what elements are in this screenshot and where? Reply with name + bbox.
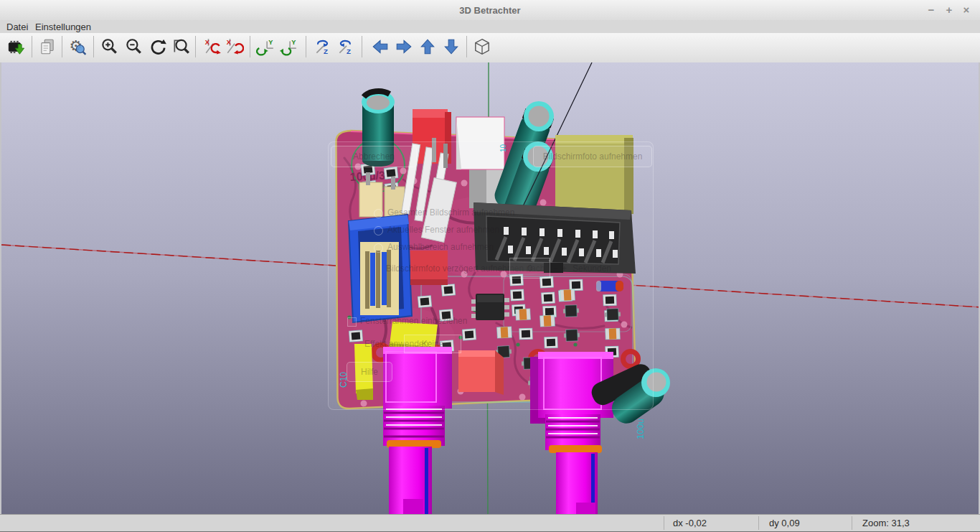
smd-resistor-top — [442, 311, 451, 319]
smd-capacitor-center — [564, 289, 572, 301]
smd-resistor-top — [544, 294, 553, 302]
smd-resistor — [545, 337, 558, 348]
rotate-y-cw-button[interactable]: Y — [278, 37, 298, 57]
status-bar: dx -0,02 dy 0,09 Zoom: 31,3 — [0, 514, 980, 532]
smd-resistor — [441, 284, 455, 297]
rotate-x-icon: X — [225, 37, 244, 56]
pcb-pad — [355, 164, 362, 170]
rotate-z-icon: Z — [336, 37, 355, 56]
smd-capacitor — [516, 309, 531, 320]
wireframe-cube-icon — [473, 37, 491, 56]
svg-text:Z: Z — [324, 47, 328, 55]
smd-capacitor-center — [501, 327, 509, 338]
pcb-via — [516, 342, 519, 346]
rotate-z-cw-button[interactable]: Z — [336, 37, 356, 57]
smd-resistor-top — [364, 165, 373, 173]
svg-text:10: 10 — [499, 144, 507, 152]
smd-capacitor — [606, 328, 621, 340]
toolbar: ⚙ — [0, 33, 980, 63]
rotate-x-icon: X — [204, 37, 222, 56]
smd-resistor-top — [465, 331, 474, 339]
reload-board-button[interactable] — [6, 37, 26, 57]
smd-resistor-top — [512, 276, 522, 284]
maximize-button[interactable]: + — [942, 3, 956, 17]
copy-image-button[interactable] — [37, 37, 57, 57]
pcb-pad — [540, 200, 547, 206]
smd-resistor-top — [387, 169, 396, 177]
smd-resistor — [570, 279, 583, 291]
smd-resistor-top — [572, 281, 580, 289]
menu-datei[interactable]: Datei — [4, 21, 31, 33]
bnc-connector-left — [383, 347, 452, 514]
pcb-pad — [461, 180, 468, 187]
sot23-body — [565, 305, 578, 317]
status-dx: dx -0,02 — [673, 518, 707, 528]
bnc-connector-right — [530, 352, 613, 514]
smd-resistor-top — [513, 291, 522, 299]
pcb-pad — [519, 394, 526, 401]
zoom-fit-button[interactable] — [171, 37, 191, 57]
smd-capacitor — [540, 315, 555, 327]
render-options-button[interactable]: ⚙ — [67, 37, 88, 57]
rotate-x-ccw-button[interactable]: X — [203, 37, 223, 57]
close-button[interactable]: × — [959, 3, 974, 17]
smd-resistor — [540, 276, 554, 288]
smd-capacitor — [497, 327, 512, 338]
pcb-via — [347, 315, 351, 319]
svg-text:100u: 100u — [635, 419, 646, 439]
viewport-3d[interactable]: 100µ/35 benutzt-swi1 — [0, 62, 980, 514]
smd-resistor — [462, 329, 476, 340]
pcb-via — [458, 335, 462, 339]
move-up-button[interactable] — [418, 37, 438, 57]
smd-capacitor-center — [609, 328, 617, 339]
smd-resistor — [418, 296, 431, 308]
rotate-y-icon: Y — [256, 37, 275, 56]
title-bar: 3D Betrachter − + × — [0, 0, 980, 21]
zoom-out-button[interactable] — [123, 37, 143, 57]
rotate-x-cw-button[interactable]: X — [225, 37, 245, 57]
sot23-transistor — [605, 309, 621, 321]
smd-capacitor — [560, 289, 575, 301]
electrolytic-capacitor — [362, 90, 395, 167]
arrow-down-icon — [442, 37, 461, 56]
blue-connector — [349, 215, 412, 322]
move-down-button[interactable] — [441, 37, 461, 57]
arrow-up-icon — [418, 37, 437, 56]
smd-resistor-top — [352, 332, 361, 340]
minimize-button[interactable]: − — [924, 3, 938, 17]
soic8-chip — [471, 294, 509, 320]
ortho-view-button[interactable] — [472, 37, 492, 57]
red-component-small — [410, 251, 448, 285]
smd-resistor — [542, 292, 555, 304]
svg-text:C10: C10 — [339, 372, 349, 388]
rotate-z-ccw-button[interactable]: Z — [313, 37, 333, 57]
menu-einstellungen[interactable]: Einstellungen — [32, 21, 94, 33]
arrow-left-icon — [371, 37, 390, 56]
status-zoom: Zoom: 31,3 — [862, 518, 910, 528]
pcb-pad — [461, 271, 468, 278]
smd-resistor-top — [420, 297, 430, 305]
zoom-in-button[interactable] — [99, 37, 119, 57]
copy-icon — [38, 37, 57, 56]
smd-resistor — [349, 330, 362, 342]
sot23-body — [607, 309, 619, 321]
window-title: 3D Betrachter — [0, 5, 980, 16]
sot23-transistor — [563, 305, 580, 317]
red-cube — [458, 350, 504, 395]
pcb-via — [573, 342, 577, 346]
rotate-z-icon: Z — [314, 37, 332, 56]
svg-text:Z: Z — [347, 47, 351, 55]
smd-resistor-top — [606, 297, 614, 304]
chip-reload-icon — [6, 37, 25, 56]
pcb-pad — [621, 322, 628, 328]
move-left-button[interactable] — [370, 37, 390, 57]
smd-resistor — [519, 328, 533, 340]
gear-magnifier-icon: ⚙ — [68, 37, 87, 56]
smd-capacitor-center — [544, 315, 552, 327]
rotate-cw-arrow-icon — [149, 37, 167, 56]
redraw-button[interactable] — [148, 37, 168, 57]
rotate-y-ccw-button[interactable]: Y — [255, 37, 275, 57]
smd-resistor-top — [522, 330, 530, 337]
smd-resistor-top — [444, 286, 453, 294]
move-right-button[interactable] — [394, 37, 414, 57]
